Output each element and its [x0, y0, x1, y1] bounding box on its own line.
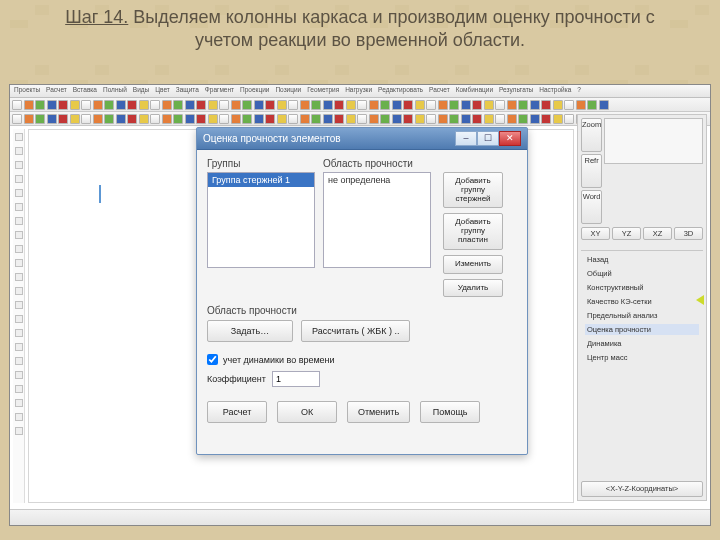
groups-listbox[interactable]: Группа стержней 1 [207, 172, 315, 268]
left-tool-icon[interactable] [15, 371, 23, 379]
toolbar-icon[interactable] [403, 114, 413, 124]
toolbar-icon[interactable] [58, 114, 68, 124]
toolbar-icon[interactable] [438, 114, 448, 124]
toolbar-icon[interactable] [300, 114, 310, 124]
menu-Позиции[interactable]: Позиции [275, 86, 301, 96]
left-tool-icon[interactable] [15, 329, 23, 337]
left-tool-icon[interactable] [15, 189, 23, 197]
menubar[interactable]: ПроектыРасчетВставкаПолныйВидыЦветЗащита… [10, 85, 710, 98]
toolbar-icon[interactable] [116, 114, 126, 124]
toolbar-icon[interactable] [70, 100, 80, 110]
view-xz[interactable]: XZ [643, 227, 672, 240]
toolbar-icon[interactable] [426, 114, 436, 124]
left-tool-icon[interactable] [15, 413, 23, 421]
menu-Виды[interactable]: Виды [133, 86, 149, 96]
toolbar-icon[interactable] [403, 100, 413, 110]
run-button[interactable]: Расчет [207, 401, 267, 423]
set-area-button[interactable]: Задать… [207, 320, 293, 342]
left-tool-icon[interactable] [15, 133, 23, 141]
toolbar-icon[interactable] [150, 114, 160, 124]
left-tool-icon[interactable] [15, 301, 23, 309]
word-button[interactable]: Word [581, 190, 602, 224]
area-item[interactable]: не определена [324, 173, 430, 187]
left-tool-icon[interactable] [15, 245, 23, 253]
toolbar-icon[interactable] [242, 114, 252, 124]
toolbar-icon[interactable] [58, 100, 68, 110]
toolbar-icon[interactable] [162, 114, 172, 124]
zoom-button[interactable]: Zoom [581, 118, 602, 152]
toolbar-icon[interactable] [357, 100, 367, 110]
menu-Проекции[interactable]: Проекции [240, 86, 269, 96]
toolbar-1[interactable] [10, 98, 710, 112]
toolbar-icon[interactable] [81, 114, 91, 124]
toolbar-icon[interactable] [196, 100, 206, 110]
mode-item[interactable]: Конструктивный [585, 282, 699, 293]
toolbar-icon[interactable] [334, 100, 344, 110]
left-toolbar[interactable] [13, 129, 25, 503]
toolbar-icon[interactable] [231, 114, 241, 124]
toolbar-icon[interactable] [380, 100, 390, 110]
toolbar-icon[interactable] [426, 100, 436, 110]
toolbar-icon[interactable] [139, 100, 149, 110]
menu-Цвет[interactable]: Цвет [155, 86, 170, 96]
toolbar-icon[interactable] [173, 100, 183, 110]
toolbar-icon[interactable] [576, 100, 586, 110]
toolbar-icon[interactable] [104, 100, 114, 110]
mode-item[interactable]: Предельный анализ [585, 310, 699, 321]
left-tool-icon[interactable] [15, 287, 23, 295]
toolbar-icon[interactable] [530, 114, 540, 124]
mode-item[interactable]: Качество КЭ-сетки [585, 296, 699, 307]
toolbar-icon[interactable] [472, 100, 482, 110]
mode-item[interactable]: Центр масс [585, 352, 699, 363]
menu-Настройка[interactable]: Настройка [539, 86, 571, 96]
menu-Проекты[interactable]: Проекты [14, 86, 40, 96]
ok-button[interactable]: ОК [277, 401, 337, 423]
toolbar-icon[interactable] [127, 100, 137, 110]
left-tool-icon[interactable] [15, 203, 23, 211]
left-tool-icon[interactable] [15, 231, 23, 239]
toolbar-icon[interactable] [231, 100, 241, 110]
menu-Результаты[interactable]: Результаты [499, 86, 533, 96]
toolbar-icon[interactable] [530, 100, 540, 110]
toolbar-icon[interactable] [93, 114, 103, 124]
toolbar-icon[interactable] [311, 100, 321, 110]
toolbar-icon[interactable] [507, 100, 517, 110]
toolbar-icon[interactable] [380, 114, 390, 124]
toolbar-icon[interactable] [461, 114, 471, 124]
toolbar-icon[interactable] [599, 100, 609, 110]
toolbar-icon[interactable] [208, 114, 218, 124]
toolbar-icon[interactable] [12, 114, 22, 124]
cancel-button[interactable]: Отменить [347, 401, 410, 423]
add-rod-group-button[interactable]: Добавить группу стержней [443, 172, 503, 208]
menu-Расчет[interactable]: Расчет [429, 86, 450, 96]
toolbar-icon[interactable] [553, 100, 563, 110]
toolbar-icon[interactable] [265, 114, 275, 124]
left-tool-icon[interactable] [15, 315, 23, 323]
toolbar-icon[interactable] [438, 100, 448, 110]
menu-Полный[interactable]: Полный [103, 86, 127, 96]
mode-item[interactable]: Динамика [585, 338, 699, 349]
toolbar-icon[interactable] [484, 114, 494, 124]
toolbar-icon[interactable] [449, 100, 459, 110]
dynamics-checkbox[interactable] [207, 354, 218, 365]
menu-Редактировать[interactable]: Редактировать [378, 86, 423, 96]
toolbar-icon[interactable] [507, 114, 517, 124]
toolbar-icon[interactable] [162, 100, 172, 110]
help-button[interactable]: Помощь [420, 401, 480, 423]
menu-Нагрузки[interactable]: Нагрузки [345, 86, 372, 96]
menu-Фрагмент[interactable]: Фрагмент [205, 86, 234, 96]
toolbar-icon[interactable] [300, 100, 310, 110]
toolbar-icon[interactable] [35, 114, 45, 124]
toolbar-icon[interactable] [12, 100, 22, 110]
toolbar-icon[interactable] [93, 100, 103, 110]
menu-Вставка[interactable]: Вставка [73, 86, 97, 96]
toolbar-icon[interactable] [495, 100, 505, 110]
toolbar-icon[interactable] [265, 100, 275, 110]
left-tool-icon[interactable] [15, 175, 23, 183]
toolbar-icon[interactable] [288, 114, 298, 124]
toolbar-icon[interactable] [334, 114, 344, 124]
toolbar-icon[interactable] [311, 114, 321, 124]
area-listbox[interactable]: не определена [323, 172, 431, 268]
toolbar-icon[interactable] [369, 100, 379, 110]
toolbar-icon[interactable] [461, 100, 471, 110]
